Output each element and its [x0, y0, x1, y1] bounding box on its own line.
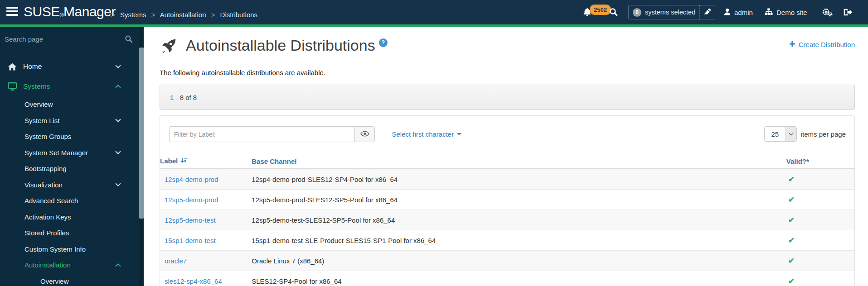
pagination-summary: 1 - 8 of 8 — [160, 94, 197, 101]
user-menu[interactable]: admin — [724, 0, 753, 24]
sidebar-item-overview[interactable]: Overview — [0, 96, 139, 113]
sort-icon — [180, 158, 187, 166]
pagination-summary-box: 1 - 8 of 8 — [160, 85, 855, 110]
sidebar-item-label: Systems — [23, 82, 50, 91]
cell-base-channel: 12sp5-demo-prod-SLES12-SP5-Pool for x86_… — [252, 190, 786, 210]
distribution-link[interactable]: sles12-sp4-x86_64 — [165, 277, 222, 285]
page-title-row: Autoinstallable Distributions? — [160, 36, 388, 57]
select-chevron-icon — [786, 126, 796, 142]
sidebar-item-label: Autoinstallation — [24, 261, 71, 269]
sidebar-item-label: Advanced Search — [24, 197, 78, 205]
distribution-link[interactable]: 12sp5-demo-test — [165, 216, 216, 224]
select-first-character-dropdown[interactable]: Select first character — [392, 126, 461, 142]
cell-valid: ✔ — [786, 230, 854, 251]
sidebar-item-label: Stored Profiles — [24, 229, 69, 237]
sidebar-search-icon[interactable] — [125, 35, 133, 45]
sidebar-item-overview[interactable]: Overview — [0, 273, 139, 286]
sidebar-item-advanced-search[interactable]: Advanced Search — [0, 193, 139, 209]
help-icon[interactable]: ? — [379, 38, 388, 47]
sidebar-search — [0, 27, 139, 51]
header-search-icon[interactable] — [609, 8, 618, 18]
notifications-count-badge[interactable]: 2502 — [590, 5, 611, 15]
hamburger-menu-icon[interactable] — [6, 7, 18, 17]
plus-icon — [789, 41, 795, 48]
table-row: 12sp5-demo-test12sp5-demo-test-SLES12-SP… — [160, 210, 854, 230]
filter-row: Select first character 25 items per page — [160, 116, 854, 142]
distribution-link[interactable]: 12sp5-demo-prod — [165, 196, 218, 204]
organization-menu[interactable]: Demo site — [765, 0, 807, 24]
distribution-link[interactable]: 15sp1-demo-test — [165, 237, 216, 244]
caret-down-icon — [457, 133, 461, 135]
distribution-link[interactable]: oracle7 — [165, 257, 187, 265]
cell-base-channel: 15sp1-demo-test-SLE-Product-SLES15-SP1-P… — [252, 230, 786, 251]
cell-base-channel: Oracle Linux 7 (x86_64) — [252, 251, 786, 271]
sidebar-item-autoinstallation[interactable]: Autoinstallation — [0, 257, 139, 273]
rocket-icon — [160, 38, 177, 57]
header-accent-line — [0, 24, 868, 27]
distributions-table: Label Base Channel Valid?* 12sp4-demo-pr… — [160, 154, 854, 286]
sidebar-item-system-list[interactable]: System List — [0, 113, 139, 129]
sidebar-scrollbar-thumb[interactable] — [139, 48, 144, 219]
settings-gears-icon[interactable] — [822, 0, 833, 24]
sidebar-item-system-groups[interactable]: System Groups — [0, 129, 139, 145]
create-distribution-button[interactable]: Create Distribution — [789, 41, 855, 48]
sidebar-item-label: System List — [24, 117, 60, 124]
breadcrumb-autoinstallation[interactable]: Autoinstallation — [160, 11, 206, 19]
valid-check-icon: ✔ — [788, 195, 795, 204]
page-title: Autoinstallable Distributions? — [186, 36, 388, 54]
cell-valid: ✔ — [786, 251, 854, 271]
sidebar-item-label: Activation Keys — [24, 213, 71, 221]
home-icon — [8, 63, 18, 71]
sidebar-item-bootstrapping[interactable]: Bootstrapping — [0, 161, 139, 177]
sidebar-item-visualization[interactable]: Visualization — [0, 177, 139, 193]
chevron-down-icon — [115, 183, 121, 187]
column-header-label[interactable]: Label — [160, 154, 252, 169]
cell-label: 15sp1-demo-test — [160, 230, 252, 251]
table-row: oracle7Oracle Linux 7 (x86_64)✔ — [160, 251, 854, 271]
valid-check-icon: ✔ — [788, 216, 795, 224]
distribution-link[interactable]: 12sp4-demo-prod — [165, 176, 218, 183]
breadcrumb-systems[interactable]: Systems — [120, 11, 146, 19]
org-sitemap-icon — [765, 8, 773, 17]
sidebar-item-systems[interactable]: Systems — [0, 76, 139, 96]
sidebar-item-stored-profiles[interactable]: Stored Profiles — [0, 225, 139, 241]
breadcrumb-separator: > — [151, 11, 155, 19]
sidebar-item-label: Bootstrapping — [24, 165, 67, 172]
sidebar-item-label: System Groups — [24, 133, 71, 140]
cell-valid: ✔ — [786, 210, 854, 230]
sidebar-item-system-set-manager[interactable]: System Set Manager — [0, 145, 139, 161]
sidebar-item-home[interactable]: Home — [0, 57, 139, 76]
items-per-page: 25 items per page — [764, 126, 846, 142]
systems-selected-label: systems selected — [645, 9, 699, 16]
cell-base-channel: 12sp4-demo-prod-SLES12-SP4-Pool for x86_… — [252, 169, 786, 190]
sidebar-item-label: Custom System Info — [24, 245, 86, 253]
sidebar-search-input[interactable] — [0, 27, 127, 51]
cell-valid: ✔ — [786, 169, 854, 190]
top-header: SUSE®Manager > Systems > Autoinstallatio… — [0, 0, 868, 24]
systems-selected-box[interactable]: 0 systems selected — [628, 5, 715, 19]
sidebar-item-activation-keys[interactable]: Activation Keys — [0, 209, 139, 225]
filter-preview-button[interactable] — [354, 126, 375, 142]
chevron-up-icon — [115, 85, 121, 89]
selected-count-badge: 0 — [633, 8, 641, 17]
table-row: 15sp1-demo-test15sp1-demo-test-SLE-Produ… — [160, 230, 854, 251]
page-description: The following autoinstallable distributi… — [160, 69, 325, 76]
cell-valid: ✔ — [786, 190, 854, 210]
filter-by-label-input[interactable] — [169, 126, 354, 142]
sidebar-item-label: Overview — [24, 100, 53, 108]
app-brand[interactable]: SUSE®Manager — [24, 4, 116, 19]
valid-check-icon: ✔ — [788, 175, 795, 184]
items-per-page-select[interactable]: 25 — [764, 126, 797, 142]
main-content: Autoinstallable Distributions? Create Di… — [144, 27, 868, 286]
cell-label: sles12-sp4-x86_64 — [160, 271, 252, 286]
distributions-panel: Select first character 25 items per page… — [160, 115, 855, 286]
user-icon — [724, 8, 731, 17]
column-header-valid: Valid?* — [786, 154, 854, 169]
clear-selection-button[interactable] — [699, 5, 715, 19]
sidebar-item-custom-system-info[interactable]: Custom System Info — [0, 241, 139, 257]
org-name: Demo site — [776, 9, 807, 16]
sign-out-icon[interactable] — [843, 0, 852, 24]
valid-check-icon: ✔ — [788, 236, 795, 245]
table-row: sles12-sp4-x86_64SLES12-SP4-Pool for x86… — [160, 271, 854, 286]
cell-base-channel: SLES12-SP4-Pool for x86_64 — [252, 271, 786, 286]
